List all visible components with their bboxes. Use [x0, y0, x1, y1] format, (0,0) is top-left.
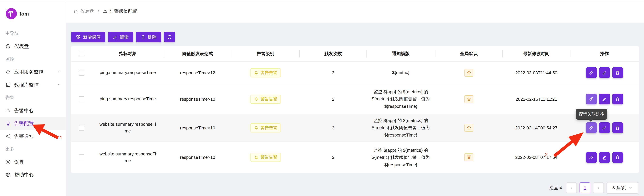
- refresh-button[interactable]: [164, 32, 175, 42]
- prev-page-button[interactable]: [566, 183, 577, 193]
- cloud-icon: [6, 69, 11, 75]
- cell-metric: website.summary.responseTime: [92, 148, 164, 167]
- metric-value: website.summary.responseTime: [98, 121, 158, 135]
- column-header-level: 告警级别: [231, 48, 300, 59]
- cell-template: 监控 ${app} 的 ${metrics} 的 ${metric} 触发阈值告…: [366, 114, 435, 141]
- page-size-select[interactable]: 8 条/页: [606, 182, 638, 194]
- template-text: 监控 ${app} 的 ${metrics} 的 ${metric} 触发阈值告…: [368, 146, 433, 168]
- edit-row-button[interactable]: [599, 122, 610, 133]
- next-page-button[interactable]: [593, 183, 604, 193]
- delete-row-button[interactable]: [612, 152, 623, 163]
- edit-row-button[interactable]: [599, 67, 610, 78]
- cell-level: 警告告警: [231, 120, 300, 135]
- chevron-right-icon: [596, 186, 601, 190]
- row-checkbox[interactable]: [78, 70, 84, 76]
- column-header-global: 全局默认: [435, 48, 502, 59]
- edit-button[interactable]: 编辑: [108, 32, 133, 42]
- row-checkbox[interactable]: [78, 125, 84, 131]
- delete-row-button[interactable]: [612, 122, 623, 133]
- trash-icon: [615, 125, 620, 130]
- table-row: ping.summary.responseTimeresponseTime>10…: [71, 84, 638, 114]
- select-all-checkbox[interactable]: [78, 51, 84, 56]
- template-text: 监控 ${app} 的 ${metrics} 的 ${metric} 触发阈值告…: [368, 88, 433, 110]
- link-monitor-button[interactable]: [586, 122, 596, 133]
- link-monitor-button[interactable]: [586, 67, 596, 78]
- cell-level: 警告告警: [231, 65, 300, 80]
- cell-template: 监控 ${app} 的 ${metrics} 的 ${metric} 触发阈值告…: [366, 144, 435, 171]
- edit-row-button[interactable]: [599, 94, 610, 104]
- sidebar-item-label: 设置: [14, 159, 24, 165]
- sidebar-item-alert-center[interactable]: 告警中心: [0, 104, 66, 117]
- row-checkbox-cell: [71, 122, 92, 133]
- column-header-actions: 操作: [570, 48, 638, 59]
- bell-icon: [254, 155, 258, 160]
- sidebar-item-dashboard[interactable]: 仪表盘: [0, 40, 66, 53]
- cell-global-default: 否: [435, 151, 502, 164]
- edit-row-button[interactable]: [599, 152, 610, 163]
- gauge-icon: [6, 44, 11, 49]
- sidebar-item-label: 仪表盘: [14, 43, 29, 50]
- threshold-table: 指标对象阈值触发表达式告警级别触发次数通知模版全局默认最新修改时间操作ping.…: [71, 46, 638, 173]
- table-row: website.summary.responseTimeresponseTime…: [71, 114, 638, 142]
- cell-actions: [570, 91, 638, 107]
- warning-level-badge: 警告告警: [250, 94, 281, 104]
- pencil-icon: [602, 96, 607, 102]
- page-number-button[interactable]: 1: [580, 183, 590, 193]
- cell-global-default: 否: [435, 66, 502, 79]
- chevron-down-icon: [57, 83, 61, 87]
- add-threshold-button[interactable]: 新增阈值: [71, 32, 105, 42]
- row-checkbox[interactable]: [78, 96, 84, 102]
- link-icon: [588, 70, 594, 75]
- breadcrumb-current: 告警阈值配置: [102, 8, 137, 14]
- warning-level-badge: 警告告警: [250, 153, 281, 162]
- row-actions: [586, 122, 623, 133]
- template-text: 监控 ${app} 的 ${metrics} 的 ${metric} 触发阈值告…: [368, 117, 433, 139]
- home-icon: [73, 9, 78, 14]
- row-checkbox[interactable]: [78, 155, 84, 160]
- breadcrumb-dashboard-link[interactable]: 仪表盘: [73, 8, 94, 14]
- cell-modified-time: 2022-02-14T00:54:27: [502, 122, 570, 133]
- warning-level-label: 警告告警: [260, 96, 277, 102]
- pencil-icon: [602, 125, 607, 130]
- sidebar-item-app-service-monitoring[interactable]: 应用服务监控: [0, 66, 66, 78]
- delete-row-button[interactable]: [612, 94, 623, 104]
- sidebar-item-help-center[interactable]: 帮助中心: [0, 168, 66, 181]
- sidebar-item-label: 告警中心: [14, 107, 34, 114]
- sidebar-item-alert-config[interactable]: 告警配置: [0, 117, 66, 130]
- cell-modified-time: 2022-03-03T11:44:50: [502, 67, 570, 78]
- siren-icon: [6, 108, 11, 113]
- delete-label: 删除: [148, 34, 156, 40]
- link-icon: [588, 125, 594, 130]
- link-monitor-button[interactable]: [586, 94, 596, 104]
- cell-times: 3: [300, 122, 366, 133]
- bulb-icon: [6, 121, 11, 126]
- cell-template: ${metric}: [366, 66, 435, 79]
- globe-icon: [6, 172, 11, 177]
- cell-expression: responseTime>10: [164, 122, 231, 133]
- pagination: 总量 4 1 8 条/页: [71, 182, 638, 194]
- warning-level-label: 警告告警: [260, 125, 277, 131]
- cell-times: 3: [300, 152, 366, 163]
- user-profile[interactable]: tom: [0, 0, 66, 27]
- column-header-modified: 最新修改时间: [502, 48, 570, 59]
- sidebar-item-alert-notice[interactable]: 告警通知: [0, 130, 66, 143]
- global-default-tag: 否: [464, 154, 474, 161]
- link-monitor-button[interactable]: [586, 152, 596, 163]
- link-icon: [588, 155, 594, 160]
- cell-level: 警告告警: [231, 92, 300, 106]
- sidebar-item-settings[interactable]: 设置: [0, 155, 66, 168]
- nav-section-label: 监控: [0, 53, 66, 66]
- sidebar-item-label: 告警配置: [14, 120, 34, 127]
- cell-metric: ping.summary.responseTime: [92, 67, 164, 79]
- megaphone-icon: [6, 133, 11, 139]
- template-text: ${metric}: [392, 69, 410, 76]
- delete-button[interactable]: 删除: [136, 32, 161, 42]
- delete-row-button[interactable]: [612, 67, 623, 78]
- sidebar-item-database-monitoring[interactable]: 数据库监控: [0, 78, 66, 91]
- pencil-icon: [113, 35, 118, 39]
- global-default-tag: 否: [464, 95, 474, 103]
- table-header-row: 指标对象阈值触发表达式告警级别触发次数通知模版全局默认最新修改时间操作: [71, 46, 638, 62]
- global-default-tag: 否: [464, 69, 474, 77]
- cell-actions: [570, 65, 638, 81]
- database-icon: [6, 82, 11, 88]
